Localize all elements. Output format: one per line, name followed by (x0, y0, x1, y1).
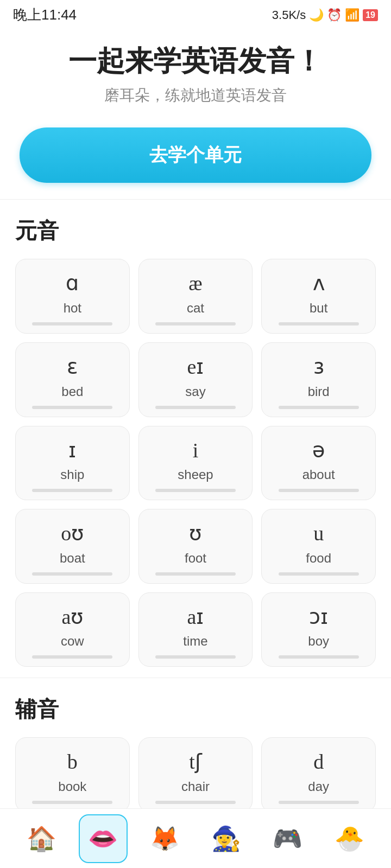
vowels-grid: ɑ hot æ cat ʌ but ɛ bed eɪ say ɜ bird ɪ … (15, 259, 376, 667)
nav-item-chick[interactable]: 🐣 (325, 814, 374, 863)
phoneme-word: cat (187, 301, 204, 316)
vowels-title: 元音 (15, 216, 376, 246)
phoneme-symbol: ə (312, 438, 325, 463)
phoneme-symbol: tʃ (189, 750, 202, 775)
nav-item-profile[interactable]: 🧙‍♀️ (202, 814, 251, 863)
phoneme-card[interactable]: aʊ cow (15, 592, 130, 667)
nav-emoji-games: 🎮 (273, 827, 302, 851)
status-bar: 晚上11:44 3.5K/s 🌙 ⏰ 📶 19 (0, 0, 391, 28)
cta-button[interactable]: 去学个单元 (20, 127, 371, 183)
phoneme-symbol: ɛ (67, 355, 78, 380)
phoneme-card[interactable]: ʊ foot (138, 509, 253, 584)
nav-emoji-pronunciation: 👄 (88, 827, 118, 851)
phoneme-card[interactable]: æ cat (138, 259, 253, 334)
phoneme-progress-bar (155, 322, 236, 326)
phoneme-progress-bar (32, 801, 112, 804)
phoneme-card[interactable]: ə about (261, 426, 376, 501)
moon-icon: 🌙 (309, 8, 324, 22)
consonants-section: 辅音 b book tʃ chair d day (0, 694, 391, 812)
phoneme-card[interactable]: d day (261, 737, 376, 812)
phoneme-symbol: aʊ (61, 605, 83, 630)
phoneme-progress-bar (155, 572, 236, 576)
phoneme-word: food (306, 551, 331, 566)
phoneme-word: day (308, 779, 329, 794)
phoneme-word: about (302, 467, 335, 482)
phoneme-word: ship (60, 467, 84, 482)
phoneme-progress-bar (155, 801, 236, 804)
phoneme-progress-bar (32, 406, 112, 409)
alarm-icon: ⏰ (327, 8, 342, 22)
hero-subtitle: 磨耳朵，练就地道英语发音 (22, 85, 369, 106)
phoneme-card[interactable]: tʃ chair (138, 737, 253, 812)
phoneme-card[interactable]: ɜ bird (261, 342, 376, 417)
hero-section: 一起来学英语发音！ 磨耳朵，练就地道英语发音 (0, 28, 391, 117)
status-icons: 3.5K/s 🌙 ⏰ 📶 19 (272, 8, 378, 22)
phoneme-word: boat (60, 551, 85, 566)
nav-emoji-chick: 🐣 (335, 827, 364, 851)
phoneme-progress-bar (279, 406, 359, 409)
phoneme-progress-bar (279, 801, 359, 804)
phoneme-card[interactable]: ɪ ship (15, 426, 130, 501)
phoneme-progress-bar (279, 572, 359, 576)
consonants-title: 辅音 (15, 694, 376, 724)
phoneme-symbol: ʊ (189, 521, 201, 546)
phoneme-card[interactable]: u food (261, 509, 376, 584)
phoneme-word: chair (181, 779, 210, 794)
battery-icon: 19 (363, 9, 378, 21)
phoneme-progress-bar (32, 572, 112, 576)
phoneme-card[interactable]: oʊ boat (15, 509, 130, 584)
phoneme-word: sheep (178, 467, 213, 482)
phoneme-progress-bar (32, 655, 112, 659)
phoneme-card[interactable]: ɛ bed (15, 342, 130, 417)
phoneme-symbol: i (193, 438, 199, 463)
nav-emoji-home: 🏠 (27, 827, 56, 851)
nav-item-pronunciation[interactable]: 👄 (79, 814, 128, 863)
phoneme-symbol: oʊ (61, 521, 84, 546)
signal-icon: 📶 (345, 8, 360, 22)
nav-item-home[interactable]: 🏠 (17, 814, 66, 863)
phoneme-progress-bar (279, 655, 359, 659)
phoneme-progress-bar (279, 322, 359, 326)
phoneme-word: book (58, 779, 86, 794)
phoneme-word: time (183, 634, 207, 649)
phoneme-word: cow (61, 634, 84, 649)
phoneme-card[interactable]: ɑ hot (15, 259, 130, 334)
phoneme-word: boy (308, 634, 329, 649)
status-time: 晚上11:44 (13, 5, 77, 24)
phoneme-word: bird (308, 384, 330, 399)
nav-item-games[interactable]: 🎮 (263, 814, 312, 863)
network-speed: 3.5K/s (272, 8, 306, 22)
section-divider-2 (0, 678, 391, 678)
vowels-section: 元音 ɑ hot æ cat ʌ but ɛ bed eɪ say ɜ bird… (0, 216, 391, 667)
nav-item-character[interactable]: 🦊 (140, 814, 189, 863)
phoneme-word: bed (61, 384, 83, 399)
phoneme-symbol: ʌ (313, 271, 325, 296)
phoneme-card[interactable]: ɔɪ boy (261, 592, 376, 667)
phoneme-progress-bar (155, 489, 236, 492)
phoneme-progress-bar (155, 406, 236, 409)
phoneme-progress-bar (32, 322, 112, 326)
consonants-grid: b book tʃ chair d day (15, 737, 376, 812)
phoneme-symbol: æ (188, 271, 202, 296)
phoneme-symbol: d (313, 750, 324, 775)
phoneme-word: foot (185, 551, 206, 566)
hero-title: 一起来学英语发音！ (22, 44, 369, 78)
phoneme-symbol: ɪ (68, 438, 76, 463)
phoneme-card[interactable]: i sheep (138, 426, 253, 501)
phoneme-card[interactable]: ʌ but (261, 259, 376, 334)
nav-emoji-profile: 🧙‍♀️ (211, 827, 241, 851)
phoneme-symbol: ɜ (313, 355, 324, 380)
phoneme-symbol: u (313, 521, 324, 546)
phoneme-card[interactable]: aɪ time (138, 592, 253, 667)
bottom-nav: 🏠👄🦊🧙‍♀️🎮🐣 (0, 808, 391, 868)
phoneme-card[interactable]: eɪ say (138, 342, 253, 417)
phoneme-symbol: b (67, 750, 78, 775)
phoneme-card[interactable]: b book (15, 737, 130, 812)
phoneme-word: but (310, 301, 327, 316)
phoneme-progress-bar (279, 489, 359, 492)
phoneme-symbol: ɑ (66, 271, 79, 296)
cta-wrapper: 去学个单元 (0, 117, 391, 199)
phoneme-word: say (185, 384, 205, 399)
phoneme-progress-bar (155, 655, 236, 659)
phoneme-symbol: aɪ (187, 605, 204, 630)
